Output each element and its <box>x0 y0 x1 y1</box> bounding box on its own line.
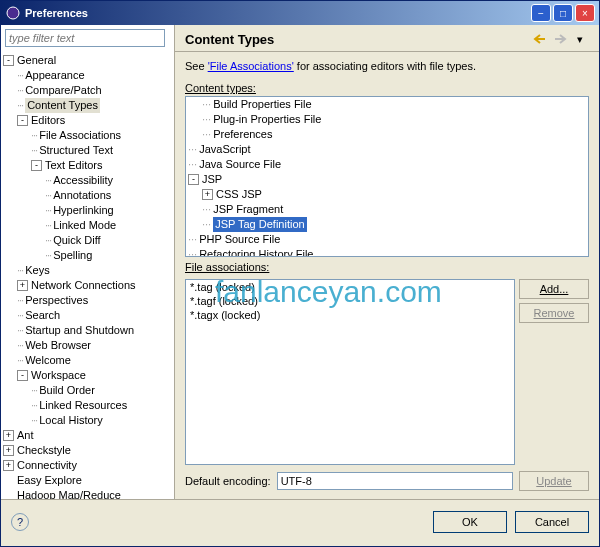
tree-item-label: Text Editors <box>45 158 102 173</box>
tree-item-label: Content Types <box>25 98 100 113</box>
list-item[interactable]: *.tagx (locked) <box>186 308 514 322</box>
tree-item[interactable]: ···Content Types <box>1 98 174 113</box>
encoding-label: Default encoding: <box>185 475 271 487</box>
tree-item[interactable]: ···Perspectives <box>1 293 174 308</box>
file-associations-list[interactable]: *.tag (locked)*.tagf (locked)*.tagx (loc… <box>185 279 515 465</box>
tree-item-label: Hadoop Map/Reduce <box>17 488 121 499</box>
tree-item-label: Easy Explore <box>17 473 82 488</box>
maximize-button[interactable]: □ <box>553 4 573 22</box>
help-icon[interactable]: ? <box>11 513 29 531</box>
tree-item-label: Checkstyle <box>17 443 71 458</box>
cancel-button[interactable]: Cancel <box>515 511 589 533</box>
content-types-label: Content types: <box>185 82 589 94</box>
file-associations-link[interactable]: 'File Associations' <box>208 60 294 72</box>
tree-item[interactable]: ···Linked Resources <box>1 398 174 413</box>
titlebar: Preferences − □ × <box>1 1 599 25</box>
tree-item-label: Web Browser <box>25 338 91 353</box>
tree-item[interactable]: ···Build Properties File <box>186 97 588 112</box>
ok-button[interactable]: OK <box>433 511 507 533</box>
tree-item[interactable]: +CSS JSP <box>186 187 588 202</box>
filter-input[interactable] <box>5 29 165 47</box>
tree-item[interactable]: -Workspace <box>1 368 174 383</box>
back-icon[interactable] <box>531 31 549 47</box>
tree-item[interactable]: ···Keys <box>1 263 174 278</box>
tree-item-label: Accessibility <box>53 173 113 188</box>
close-button[interactable]: × <box>575 4 595 22</box>
tree-item[interactable]: ···Local History <box>1 413 174 428</box>
tree-item[interactable]: +Network Connections <box>1 278 174 293</box>
content-types-tree[interactable]: ···Build Properties File···Plug-in Prope… <box>185 96 589 257</box>
collapse-icon[interactable]: - <box>188 174 199 185</box>
tree-item[interactable]: ···Annotations <box>1 188 174 203</box>
tree-item[interactable]: ···Accessibility <box>1 173 174 188</box>
tree-item[interactable]: ···Linked Mode <box>1 218 174 233</box>
tree-item[interactable]: ···Welcome <box>1 353 174 368</box>
nav-tree[interactable]: -General···Appearance···Compare/Patch···… <box>1 51 174 499</box>
tree-item[interactable]: ···Plug-in Properties File <box>186 112 588 127</box>
tree-item-label: Preferences <box>213 127 272 142</box>
tree-item-label: Appearance <box>25 68 84 83</box>
tree-item[interactable]: +Ant <box>1 428 174 443</box>
tree-item[interactable]: ···Startup and Shutdown <box>1 323 174 338</box>
tree-item[interactable]: -Editors <box>1 113 174 128</box>
tree-item[interactable]: Easy Explore <box>1 473 174 488</box>
list-item[interactable]: *.tagf (locked) <box>186 294 514 308</box>
tree-item[interactable]: +Connectivity <box>1 458 174 473</box>
tree-item[interactable]: -JSP <box>186 172 588 187</box>
tree-item[interactable]: ···JSP Tag Definition <box>186 217 588 232</box>
tree-item[interactable]: ···JSP Fragment <box>186 202 588 217</box>
expand-icon[interactable]: + <box>3 460 14 471</box>
tree-item[interactable]: ···Preferences <box>186 127 588 142</box>
collapse-icon[interactable]: - <box>3 55 14 66</box>
tree-item[interactable]: ···Web Browser <box>1 338 174 353</box>
tree-item[interactable]: -General <box>1 53 174 68</box>
window-title: Preferences <box>25 7 531 19</box>
tree-item-label: Refactoring History File <box>199 247 313 257</box>
tree-item[interactable]: ···File Associations <box>1 128 174 143</box>
collapse-icon[interactable]: - <box>31 160 42 171</box>
tree-item[interactable]: ···Search <box>1 308 174 323</box>
tree-item[interactable]: ···JavaScript <box>186 142 588 157</box>
tree-item[interactable]: ···PHP Source File <box>186 232 588 247</box>
tree-item-label: Connectivity <box>17 458 77 473</box>
tree-item-label: Java Source File <box>199 157 281 172</box>
tree-item[interactable]: Hadoop Map/Reduce <box>1 488 174 499</box>
encoding-input[interactable] <box>277 472 513 490</box>
tree-item-label: Editors <box>31 113 65 128</box>
tree-item[interactable]: ···Build Order <box>1 383 174 398</box>
tree-item[interactable]: ···Quick Diff <box>1 233 174 248</box>
nav-pane: -General···Appearance···Compare/Patch···… <box>1 25 175 499</box>
tree-item[interactable]: -Text Editors <box>1 158 174 173</box>
collapse-icon[interactable]: - <box>17 115 28 126</box>
tree-item-label: Keys <box>25 263 49 278</box>
footer: ? OK Cancel <box>1 499 599 543</box>
page-title: Content Types <box>185 32 529 47</box>
tree-item[interactable]: +Checkstyle <box>1 443 174 458</box>
tree-item-label: Compare/Patch <box>25 83 101 98</box>
tree-item[interactable]: ···Refactoring History File <box>186 247 588 257</box>
forward-icon[interactable] <box>551 31 569 47</box>
tree-item[interactable]: ···Java Source File <box>186 157 588 172</box>
minimize-button[interactable]: − <box>531 4 551 22</box>
description: See 'File Associations' for associating … <box>185 60 589 72</box>
tree-item[interactable]: ···Spelling <box>1 248 174 263</box>
tree-item-label: Startup and Shutdown <box>25 323 134 338</box>
menu-dropdown-icon[interactable]: ▾ <box>571 31 589 47</box>
tree-item[interactable]: ···Compare/Patch <box>1 83 174 98</box>
expand-icon[interactable]: + <box>3 430 14 441</box>
list-item[interactable]: *.tag (locked) <box>186 280 514 294</box>
tree-item[interactable]: ···Hyperlinking <box>1 203 174 218</box>
expand-icon[interactable]: + <box>202 189 213 200</box>
add-button[interactable]: Add... <box>519 279 589 299</box>
tree-item-label: JSP <box>202 172 222 187</box>
tree-item-label: Annotations <box>53 188 111 203</box>
expand-icon[interactable]: + <box>17 280 28 291</box>
expand-icon[interactable]: + <box>3 445 14 456</box>
tree-item-label: Build Order <box>39 383 95 398</box>
tree-item[interactable]: ···Appearance <box>1 68 174 83</box>
tree-item-label: Search <box>25 308 60 323</box>
tree-item[interactable]: ···Structured Text <box>1 143 174 158</box>
collapse-icon[interactable]: - <box>17 370 28 381</box>
tree-item-label: File Associations <box>39 128 121 143</box>
tree-item-label: Linked Resources <box>39 398 127 413</box>
